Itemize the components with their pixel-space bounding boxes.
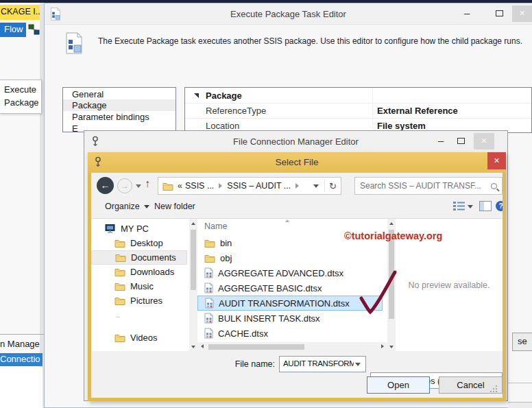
ep-behind-area xyxy=(508,403,532,408)
folder-icon xyxy=(204,239,215,248)
breadcrumb-bar[interactable]: « SSIS ... SSIS – AUDIT ... ↻ xyxy=(158,177,341,195)
property-name: Location xyxy=(206,121,239,131)
scroll-up-icon[interactable] xyxy=(389,222,394,225)
dtsx-file-icon xyxy=(204,328,213,339)
tree-item-label: MY PC xyxy=(121,224,149,234)
tree-item-label: Pictures xyxy=(130,296,162,306)
dtsx-file-icon xyxy=(204,313,213,324)
search-input[interactable] xyxy=(360,181,491,191)
select-file-dialog: Select File × ← → ↑ « SSIS ... SSIS – AU… xyxy=(88,152,506,401)
file-list-h-scrollbar[interactable] xyxy=(197,342,387,351)
breadcrumb-overflow-chevron[interactable]: « xyxy=(178,181,182,191)
music-folder-icon xyxy=(114,282,125,291)
data-flow-icon xyxy=(28,24,40,36)
fcm-close-button[interactable]: × xyxy=(474,133,494,149)
tutorialgateway-watermark: ©tutorialgateway.org xyxy=(344,230,442,241)
flow-tab[interactable]: Flow xyxy=(0,23,26,37)
breadcrumb-item[interactable]: SSIS ... xyxy=(185,181,214,191)
name-column-header[interactable]: Name xyxy=(204,221,227,231)
tree-item-pictures[interactable]: Pictures xyxy=(91,293,162,308)
file-name: bin xyxy=(220,238,232,248)
ep-close-button[interactable]: × xyxy=(512,5,532,22)
tree-item-label: Music xyxy=(130,281,154,291)
package-tab[interactable]: CKAGE I...TI xyxy=(0,5,40,20)
tree-item-desktop[interactable]: Desktop xyxy=(91,236,163,250)
sf-content: ← → ↑ « SSIS ... SSIS – AUDIT ... ↻ xyxy=(91,173,503,398)
file-name: BULK INSERT TASK.dtsx xyxy=(218,313,320,324)
scroll-up-icon[interactable] xyxy=(191,222,195,225)
help-icon[interactable]: ? xyxy=(496,201,503,211)
no-preview-text: No preview available. xyxy=(396,280,503,290)
organize-menu[interactable]: Organize xyxy=(105,202,149,211)
back-button[interactable]: ← xyxy=(97,177,114,194)
fcm-title-bar[interactable]: File Connection Manager Editor – × xyxy=(84,131,507,152)
connection-manager-item-selected[interactable]: Connectio xyxy=(0,353,43,366)
tree-scrollbar[interactable] xyxy=(189,219,197,352)
file-name-input[interactable] xyxy=(280,357,354,368)
file-name: obj xyxy=(220,253,232,263)
scroll-right-icon[interactable] xyxy=(381,344,384,348)
file-row-obj[interactable]: obj xyxy=(197,250,383,265)
organize-label: Organize xyxy=(105,202,140,211)
sf-close-button[interactable]: × xyxy=(487,152,506,169)
file-name: AGGREGATE ADVANCED.dtsx xyxy=(218,268,343,278)
red-checkmark-annotation xyxy=(350,266,404,320)
folder-icon xyxy=(162,182,173,191)
organize-dropdown-icon xyxy=(144,205,149,208)
file-name-combo[interactable] xyxy=(279,356,366,372)
top-window-edge xyxy=(0,0,532,3)
ep-minimize-button[interactable]: – xyxy=(464,7,470,19)
ep-nav-item-parameter-bindings[interactable]: Parameter bindings xyxy=(63,111,176,123)
fcm-maximize-button[interactable] xyxy=(457,138,465,144)
tree-item-my-pc[interactable]: MY PC xyxy=(91,221,149,236)
breadcrumb-item[interactable]: SSIS – AUDIT ... xyxy=(227,181,291,191)
tree-item-downloads[interactable]: Downloads xyxy=(91,265,174,279)
forward-button[interactable]: → xyxy=(117,178,132,193)
sort-ascending-icon xyxy=(285,219,289,222)
ep-property-grid: Package ReferenceType External Reference… xyxy=(184,87,532,133)
ep-close-button-fragment[interactable]: se xyxy=(512,333,532,351)
change-view-icon[interactable] xyxy=(453,202,465,211)
open-button[interactable]: Open xyxy=(367,376,430,394)
preview-pane-icon[interactable] xyxy=(479,201,492,211)
view-dropdown-icon[interactable] xyxy=(468,205,473,208)
execute-package-task-box[interactable]: Execute Package xyxy=(0,80,42,114)
ep-title-bar[interactable]: Execute Package Task Editor – × xyxy=(45,3,532,25)
pictures-folder-icon xyxy=(114,296,125,305)
recent-locations-dropdown-icon[interactable] xyxy=(136,184,141,188)
ep-nav-list: General Package Parameter bindings E xyxy=(62,87,176,132)
search-box[interactable] xyxy=(354,177,503,195)
ep-maximize-button[interactable] xyxy=(496,10,503,16)
fcm-minimize-button[interactable]: – xyxy=(438,134,444,146)
sf-title-bar[interactable]: Select File × xyxy=(88,152,506,173)
downloads-folder-icon xyxy=(114,267,125,276)
file-name: AGGREGATE BASIC.dtsx xyxy=(218,283,322,293)
resize-grip[interactable] xyxy=(490,385,498,394)
file-name-dropdown-icon[interactable] xyxy=(355,363,361,366)
property-group-label: Package xyxy=(206,91,242,101)
collapse-triangle-icon[interactable] xyxy=(194,93,199,98)
breadcrumb-separator-icon[interactable] xyxy=(219,183,222,189)
tree-item-videos[interactable]: Videos xyxy=(91,331,158,345)
property-row[interactable]: ReferenceType External Reference xyxy=(185,103,531,118)
ep-nav-item-general[interactable]: General xyxy=(63,88,176,99)
sf-dialog-title: Select File xyxy=(88,157,506,167)
scroll-down-icon[interactable] xyxy=(191,346,195,348)
file-name-label: File name: xyxy=(231,359,275,369)
ep-nav-item-package[interactable]: Package xyxy=(63,99,176,111)
tree-item-documents[interactable]: Documents xyxy=(91,250,187,265)
navigation-tree-pane: MY PC Desktop Documents Downloads xyxy=(91,219,189,352)
pane-divider xyxy=(0,334,44,335)
tree-item-music[interactable]: Music xyxy=(91,279,154,293)
desktop-folder-icon xyxy=(114,239,125,248)
file-row-cache[interactable]: CACHE.dtsx xyxy=(197,326,383,341)
search-icon[interactable] xyxy=(491,183,497,189)
breadcrumb-separator-icon[interactable] xyxy=(295,183,299,189)
refresh-button[interactable]: ↻ xyxy=(329,181,337,191)
scroll-left-icon[interactable] xyxy=(201,344,204,348)
dtsx-file-icon xyxy=(204,267,213,278)
new-folder-button[interactable]: New folder xyxy=(154,202,195,211)
address-dropdown-icon[interactable] xyxy=(313,184,319,188)
up-button[interactable]: ↑ xyxy=(145,178,150,190)
scroll-down-icon[interactable] xyxy=(389,346,394,348)
